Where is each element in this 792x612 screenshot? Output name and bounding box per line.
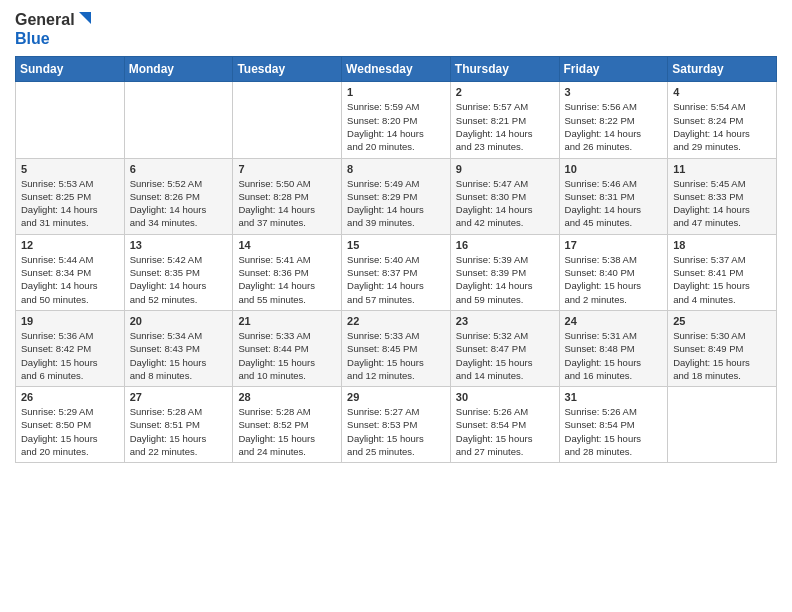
day-number: 17: [565, 239, 663, 251]
calendar-week-row: 1Sunrise: 5:59 AM Sunset: 8:20 PM Daylig…: [16, 82, 777, 158]
calendar-cell: 1Sunrise: 5:59 AM Sunset: 8:20 PM Daylig…: [342, 82, 451, 158]
day-number: 29: [347, 391, 445, 403]
day-number: 8: [347, 163, 445, 175]
day-number: 9: [456, 163, 554, 175]
calendar-cell: 8Sunrise: 5:49 AM Sunset: 8:29 PM Daylig…: [342, 158, 451, 234]
calendar-cell: 11Sunrise: 5:45 AM Sunset: 8:33 PM Dayli…: [668, 158, 777, 234]
day-info: Sunrise: 5:28 AM Sunset: 8:52 PM Dayligh…: [238, 405, 336, 458]
calendar-cell: 17Sunrise: 5:38 AM Sunset: 8:40 PM Dayli…: [559, 234, 668, 310]
day-info: Sunrise: 5:53 AM Sunset: 8:25 PM Dayligh…: [21, 177, 119, 230]
day-number: 18: [673, 239, 771, 251]
day-number: 14: [238, 239, 336, 251]
header: GeneralBlue: [15, 10, 777, 48]
day-number: 1: [347, 86, 445, 98]
calendar-cell: 24Sunrise: 5:31 AM Sunset: 8:48 PM Dayli…: [559, 310, 668, 386]
day-number: 30: [456, 391, 554, 403]
weekday-header: Sunday: [16, 57, 125, 82]
calendar-cell: 16Sunrise: 5:39 AM Sunset: 8:39 PM Dayli…: [450, 234, 559, 310]
calendar-cell: 29Sunrise: 5:27 AM Sunset: 8:53 PM Dayli…: [342, 387, 451, 463]
day-info: Sunrise: 5:52 AM Sunset: 8:26 PM Dayligh…: [130, 177, 228, 230]
day-number: 20: [130, 315, 228, 327]
calendar-cell: 21Sunrise: 5:33 AM Sunset: 8:44 PM Dayli…: [233, 310, 342, 386]
calendar-header-row: SundayMondayTuesdayWednesdayThursdayFrid…: [16, 57, 777, 82]
day-info: Sunrise: 5:41 AM Sunset: 8:36 PM Dayligh…: [238, 253, 336, 306]
weekday-header: Saturday: [668, 57, 777, 82]
day-number: 6: [130, 163, 228, 175]
calendar-cell: 4Sunrise: 5:54 AM Sunset: 8:24 PM Daylig…: [668, 82, 777, 158]
day-number: 16: [456, 239, 554, 251]
calendar-cell: [124, 82, 233, 158]
day-info: Sunrise: 5:32 AM Sunset: 8:47 PM Dayligh…: [456, 329, 554, 382]
calendar-cell: 12Sunrise: 5:44 AM Sunset: 8:34 PM Dayli…: [16, 234, 125, 310]
day-info: Sunrise: 5:40 AM Sunset: 8:37 PM Dayligh…: [347, 253, 445, 306]
day-info: Sunrise: 5:27 AM Sunset: 8:53 PM Dayligh…: [347, 405, 445, 458]
day-number: 7: [238, 163, 336, 175]
day-number: 3: [565, 86, 663, 98]
logo-arrow-icon: [75, 12, 91, 28]
weekday-header: Friday: [559, 57, 668, 82]
calendar-cell: 5Sunrise: 5:53 AM Sunset: 8:25 PM Daylig…: [16, 158, 125, 234]
day-info: Sunrise: 5:28 AM Sunset: 8:51 PM Dayligh…: [130, 405, 228, 458]
day-number: 19: [21, 315, 119, 327]
page: GeneralBlue SundayMondayTuesdayWednesday…: [0, 0, 792, 473]
day-number: 12: [21, 239, 119, 251]
calendar-cell: 10Sunrise: 5:46 AM Sunset: 8:31 PM Dayli…: [559, 158, 668, 234]
day-info: Sunrise: 5:33 AM Sunset: 8:44 PM Dayligh…: [238, 329, 336, 382]
calendar-cell: 14Sunrise: 5:41 AM Sunset: 8:36 PM Dayli…: [233, 234, 342, 310]
calendar-cell: 3Sunrise: 5:56 AM Sunset: 8:22 PM Daylig…: [559, 82, 668, 158]
day-info: Sunrise: 5:44 AM Sunset: 8:34 PM Dayligh…: [21, 253, 119, 306]
svg-marker-0: [79, 12, 91, 24]
day-info: Sunrise: 5:26 AM Sunset: 8:54 PM Dayligh…: [456, 405, 554, 458]
calendar-cell: 26Sunrise: 5:29 AM Sunset: 8:50 PM Dayli…: [16, 387, 125, 463]
weekday-header: Monday: [124, 57, 233, 82]
day-number: 4: [673, 86, 771, 98]
calendar-cell: 2Sunrise: 5:57 AM Sunset: 8:21 PM Daylig…: [450, 82, 559, 158]
calendar-cell: 18Sunrise: 5:37 AM Sunset: 8:41 PM Dayli…: [668, 234, 777, 310]
day-info: Sunrise: 5:29 AM Sunset: 8:50 PM Dayligh…: [21, 405, 119, 458]
day-number: 2: [456, 86, 554, 98]
day-info: Sunrise: 5:36 AM Sunset: 8:42 PM Dayligh…: [21, 329, 119, 382]
day-info: Sunrise: 5:50 AM Sunset: 8:28 PM Dayligh…: [238, 177, 336, 230]
day-number: 13: [130, 239, 228, 251]
day-number: 28: [238, 391, 336, 403]
calendar-cell: 25Sunrise: 5:30 AM Sunset: 8:49 PM Dayli…: [668, 310, 777, 386]
day-info: Sunrise: 5:49 AM Sunset: 8:29 PM Dayligh…: [347, 177, 445, 230]
day-info: Sunrise: 5:47 AM Sunset: 8:30 PM Dayligh…: [456, 177, 554, 230]
calendar-cell: [668, 387, 777, 463]
calendar-week-row: 26Sunrise: 5:29 AM Sunset: 8:50 PM Dayli…: [16, 387, 777, 463]
day-number: 11: [673, 163, 771, 175]
day-number: 21: [238, 315, 336, 327]
day-number: 23: [456, 315, 554, 327]
day-info: Sunrise: 5:46 AM Sunset: 8:31 PM Dayligh…: [565, 177, 663, 230]
calendar-cell: 27Sunrise: 5:28 AM Sunset: 8:51 PM Dayli…: [124, 387, 233, 463]
day-number: 25: [673, 315, 771, 327]
day-number: 5: [21, 163, 119, 175]
day-info: Sunrise: 5:57 AM Sunset: 8:21 PM Dayligh…: [456, 100, 554, 153]
day-number: 31: [565, 391, 663, 403]
calendar-cell: [16, 82, 125, 158]
day-number: 26: [21, 391, 119, 403]
calendar-cell: 13Sunrise: 5:42 AM Sunset: 8:35 PM Dayli…: [124, 234, 233, 310]
calendar-cell: 28Sunrise: 5:28 AM Sunset: 8:52 PM Dayli…: [233, 387, 342, 463]
day-number: 27: [130, 391, 228, 403]
day-number: 10: [565, 163, 663, 175]
day-info: Sunrise: 5:45 AM Sunset: 8:33 PM Dayligh…: [673, 177, 771, 230]
calendar-week-row: 19Sunrise: 5:36 AM Sunset: 8:42 PM Dayli…: [16, 310, 777, 386]
calendar-cell: 23Sunrise: 5:32 AM Sunset: 8:47 PM Dayli…: [450, 310, 559, 386]
day-info: Sunrise: 5:59 AM Sunset: 8:20 PM Dayligh…: [347, 100, 445, 153]
calendar-cell: 22Sunrise: 5:33 AM Sunset: 8:45 PM Dayli…: [342, 310, 451, 386]
day-info: Sunrise: 5:42 AM Sunset: 8:35 PM Dayligh…: [130, 253, 228, 306]
day-info: Sunrise: 5:34 AM Sunset: 8:43 PM Dayligh…: [130, 329, 228, 382]
day-info: Sunrise: 5:33 AM Sunset: 8:45 PM Dayligh…: [347, 329, 445, 382]
calendar-cell: [233, 82, 342, 158]
calendar-cell: 15Sunrise: 5:40 AM Sunset: 8:37 PM Dayli…: [342, 234, 451, 310]
calendar-cell: 7Sunrise: 5:50 AM Sunset: 8:28 PM Daylig…: [233, 158, 342, 234]
day-number: 24: [565, 315, 663, 327]
calendar-cell: 9Sunrise: 5:47 AM Sunset: 8:30 PM Daylig…: [450, 158, 559, 234]
day-info: Sunrise: 5:38 AM Sunset: 8:40 PM Dayligh…: [565, 253, 663, 306]
calendar-table: SundayMondayTuesdayWednesdayThursdayFrid…: [15, 56, 777, 463]
calendar-cell: 20Sunrise: 5:34 AM Sunset: 8:43 PM Dayli…: [124, 310, 233, 386]
day-info: Sunrise: 5:37 AM Sunset: 8:41 PM Dayligh…: [673, 253, 771, 306]
day-info: Sunrise: 5:31 AM Sunset: 8:48 PM Dayligh…: [565, 329, 663, 382]
weekday-header: Tuesday: [233, 57, 342, 82]
